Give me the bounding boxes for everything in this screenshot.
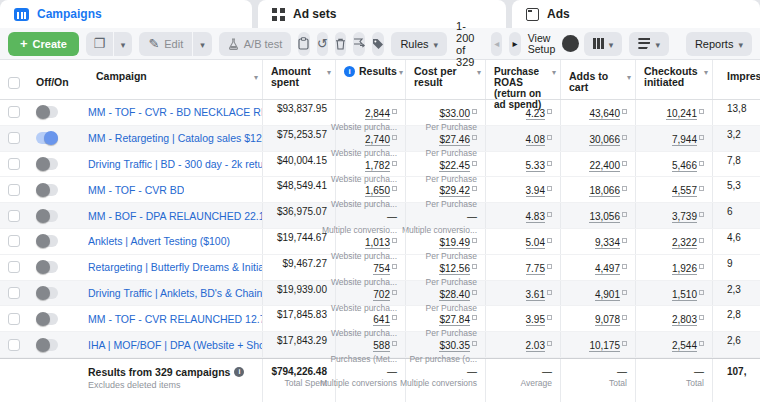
- row-checkbox[interactable]: [8, 158, 20, 170]
- checkouts-initiated-cell[interactable]: 1,926: [635, 255, 712, 280]
- adds-to-cart-cell[interactable]: 10,175: [560, 332, 635, 357]
- campaign-toggle[interactable]: [36, 158, 58, 170]
- checkouts-initiated-cell[interactable]: 2,322: [635, 229, 712, 254]
- purchase-roas-cell[interactable]: 3.94: [485, 177, 560, 202]
- purchase-roas-cell[interactable]: 7.75: [485, 255, 560, 280]
- adds-to-cart-header[interactable]: Adds to cart: [560, 60, 635, 99]
- results-cell[interactable]: 1,013 Website purcha...: [335, 229, 405, 254]
- campaign-toggle[interactable]: [36, 287, 58, 299]
- create-button[interactable]: Create: [8, 32, 79, 56]
- adds-to-cart-cell[interactable]: 9,078: [560, 306, 635, 331]
- purchase-roas-cell[interactable]: 4.23: [485, 100, 560, 125]
- export-button[interactable]: [298, 32, 309, 56]
- purchase-roas-header[interactable]: Purchase ROAS (return on ad spend): [485, 60, 560, 99]
- next-page-button[interactable]: [509, 32, 520, 56]
- results-cell[interactable]: 1,650 Website purcha...: [335, 177, 405, 202]
- campaign-toggle[interactable]: [36, 261, 58, 273]
- purchase-roas-cell[interactable]: 2.03: [485, 332, 560, 357]
- campaign-toggle[interactable]: [36, 235, 58, 247]
- row-checkbox[interactable]: [8, 184, 20, 196]
- results-cell[interactable]: — Multiple conversio...: [335, 203, 405, 228]
- impressions-header[interactable]: Impressions: [712, 60, 760, 99]
- purchase-roas-cell[interactable]: 3.61: [485, 281, 560, 306]
- tab-ads[interactable]: Ads: [512, 0, 760, 28]
- row-checkbox[interactable]: [8, 287, 20, 299]
- cost-per-result-cell[interactable]: $27.84 Per Purchase: [405, 306, 485, 331]
- cost-per-result-cell[interactable]: $30.35 Per purchase (o...: [405, 332, 485, 357]
- campaign-link[interactable]: MM - TOF - CVR - BD NECKLACE RELAUNCHE..…: [88, 106, 262, 118]
- cost-per-result-cell[interactable]: $28.40 Per Purchase: [405, 281, 485, 306]
- campaign-toggle[interactable]: [36, 210, 58, 222]
- campaign-link[interactable]: MM - TOF - CVR BD: [88, 184, 184, 196]
- duplicate-dropdown-button[interactable]: [114, 32, 133, 56]
- campaign-toggle[interactable]: [36, 106, 58, 118]
- checkouts-initiated-cell[interactable]: 2,544: [635, 332, 712, 357]
- row-checkbox[interactable]: [8, 106, 20, 118]
- checkouts-initiated-header[interactable]: Checkouts initiated: [635, 60, 712, 99]
- purchase-roas-cell[interactable]: 4.83: [485, 203, 560, 228]
- adds-to-cart-cell[interactable]: 4,901: [560, 281, 635, 306]
- row-checkbox[interactable]: [8, 235, 20, 247]
- edit-dropdown-button[interactable]: [193, 32, 212, 56]
- results-cell[interactable]: 702 Website purcha...: [335, 281, 405, 306]
- checkouts-initiated-cell[interactable]: 2,803: [635, 306, 712, 331]
- results-cell[interactable]: 588 Purchases (Met...: [335, 332, 405, 357]
- campaign-link[interactable]: Driving Traffic | BD - 300 day - 2k retu…: [88, 158, 262, 170]
- select-all-checkbox[interactable]: [8, 77, 20, 89]
- checkouts-initiated-cell[interactable]: 7,944: [635, 126, 712, 151]
- rules-dropdown-button[interactable]: Rules: [391, 32, 447, 56]
- results-cell[interactable]: 2,844 Website purcha...: [335, 100, 405, 125]
- results-cell[interactable]: 1,782 Website purcha...: [335, 152, 405, 177]
- row-checkbox[interactable]: [8, 132, 20, 144]
- checkouts-initiated-cell[interactable]: 1,510: [635, 281, 712, 306]
- cost-per-result-cell[interactable]: $33.00 Per Purchase: [405, 100, 485, 125]
- campaign-link[interactable]: Anklets | Advert Testing ($100): [88, 235, 230, 247]
- campaign-toggle[interactable]: [36, 132, 58, 144]
- prev-page-button[interactable]: [491, 32, 502, 56]
- cost-per-result-cell[interactable]: — Multiple conversio...: [405, 203, 485, 228]
- ab-test-button[interactable]: A/B test: [219, 32, 292, 56]
- view-setup-toggle[interactable]: [562, 35, 577, 52]
- automated-rules-button[interactable]: [353, 32, 365, 56]
- checkouts-initiated-cell[interactable]: 10,241: [635, 100, 712, 125]
- campaign-toggle[interactable]: [36, 339, 58, 351]
- cost-per-result-cell[interactable]: $22.45 Per Purchase: [405, 152, 485, 177]
- cost-per-result-cell[interactable]: $29.42 Per Purchase: [405, 177, 485, 202]
- cost-per-result-header[interactable]: Cost per result: [405, 60, 485, 99]
- adds-to-cart-cell[interactable]: 18,066: [560, 177, 635, 202]
- edit-button[interactable]: ✎ Edit: [139, 32, 192, 56]
- duplicate-button[interactable]: ❐: [86, 32, 113, 56]
- columns-dropdown-button[interactable]: [584, 32, 623, 56]
- purchase-roas-cell[interactable]: 3.95: [485, 306, 560, 331]
- checkouts-initiated-cell[interactable]: 5,466: [635, 152, 712, 177]
- results-cell[interactable]: 641 Website purcha...: [335, 306, 405, 331]
- adds-to-cart-cell[interactable]: 4,497: [560, 255, 635, 280]
- amount-spent-header[interactable]: Amount spent: [262, 60, 335, 99]
- purchase-roas-cell[interactable]: 5.04: [485, 229, 560, 254]
- adds-to-cart-cell[interactable]: 43,640: [560, 100, 635, 125]
- campaign-link[interactable]: IHA | MOF/BOF | DPA (Website + Shop) Ad …: [88, 339, 262, 351]
- adds-to-cart-cell[interactable]: 30,066: [560, 126, 635, 151]
- row-checkbox[interactable]: [8, 261, 20, 273]
- campaign-link[interactable]: MM - BOF - DPA RELAUNCHED 22.10.21: [88, 210, 262, 222]
- tag-button[interactable]: [372, 32, 384, 56]
- results-cell[interactable]: 754 Website purcha...: [335, 255, 405, 280]
- adds-to-cart-cell[interactable]: 22,400: [560, 152, 635, 177]
- campaign-link[interactable]: MM - TOF - CVR RELAUNCHED 12.7.21 $150: [88, 313, 262, 325]
- purchase-roas-cell[interactable]: 5.33: [485, 152, 560, 177]
- checkouts-initiated-cell[interactable]: 3,739: [635, 203, 712, 228]
- adds-to-cart-cell[interactable]: 13,056: [560, 203, 635, 228]
- campaign-link[interactable]: Retargeting | Butterfly Dreams & Initial…: [88, 261, 262, 273]
- undo-button[interactable]: ↺: [317, 32, 328, 56]
- campaign-header[interactable]: Campaign: [88, 60, 262, 99]
- cost-per-result-cell[interactable]: $27.46 Per Purchase: [405, 126, 485, 151]
- reports-dropdown-button[interactable]: Reports: [686, 32, 752, 56]
- adds-to-cart-cell[interactable]: 9,334: [560, 229, 635, 254]
- row-checkbox[interactable]: [8, 210, 20, 222]
- campaign-toggle[interactable]: [36, 313, 58, 325]
- cost-per-result-cell[interactable]: $19.49 Per Purchase: [405, 229, 485, 254]
- cost-per-result-cell[interactable]: $12.56 Per Purchase: [405, 255, 485, 280]
- campaign-link[interactable]: Driving Traffic | Anklets, BD's & Chains: [88, 287, 262, 299]
- results-header[interactable]: Results: [335, 60, 405, 99]
- tab-campaigns[interactable]: Campaigns: [0, 0, 252, 28]
